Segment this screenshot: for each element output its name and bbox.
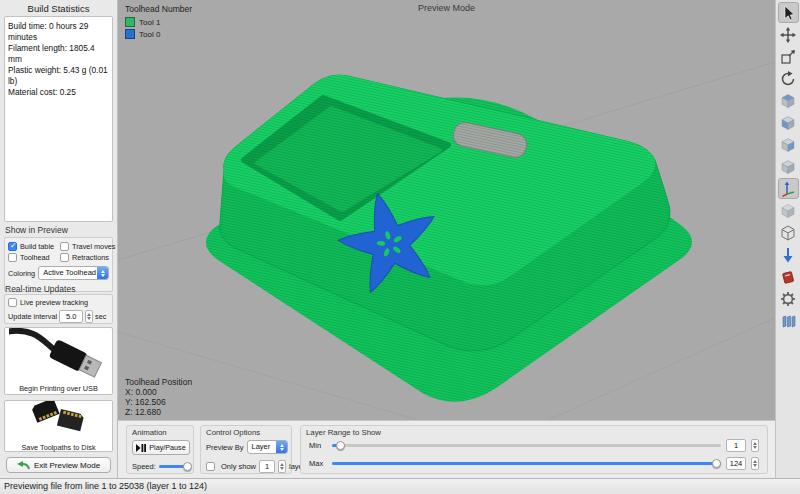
play-pause-button[interactable]: Play/Pause	[132, 440, 190, 455]
retractions-checkbox[interactable]	[60, 253, 69, 262]
show-in-preview-label: Show in Preview	[5, 225, 68, 235]
cross-section-icon	[780, 313, 796, 329]
live-preview-checkbox[interactable]	[8, 298, 17, 307]
layer-range-group: Layer Range to Show Min 1 Max 124	[300, 425, 768, 474]
wireframe-cube-icon	[780, 225, 796, 241]
sd-cards-image	[9, 401, 109, 439]
travel-moves-label: Travel moves	[72, 242, 116, 251]
rotate-icon	[780, 71, 796, 87]
preview-control-bar: Animation Play/Pause Speed: Control Opti…	[118, 420, 775, 478]
layer-lines-texture	[188, 60, 708, 420]
max-layer-slider[interactable]	[332, 462, 721, 465]
toolhead-position-readout: Toolhead Position X: 0.000 Y: 162.506 Z:…	[125, 377, 192, 417]
toolhead-position-title: Toolhead Position	[125, 377, 192, 387]
update-interval-field[interactable]: 5.0	[59, 310, 83, 323]
realtime-updates-panel: Live preview tracking Update interval 5.…	[4, 294, 113, 324]
max-label: Max	[309, 459, 327, 468]
model-library-button[interactable]	[778, 266, 799, 287]
speed-label: Speed:	[132, 462, 156, 471]
checkbox-travel-moves[interactable]: Travel moves	[60, 242, 110, 251]
view-toolbar	[775, 0, 800, 478]
min-layer-field[interactable]: 1	[726, 439, 746, 452]
dropdown-arrows-icon	[276, 441, 287, 453]
only-show-stepper[interactable]	[278, 460, 286, 473]
coloring-dropdown[interactable]: Active Toolhead	[38, 266, 109, 280]
travel-moves-checkbox[interactable]	[60, 242, 69, 251]
show-axes-button[interactable]	[778, 178, 799, 199]
only-show-checkbox[interactable]	[206, 462, 215, 471]
cross-section-button[interactable]	[778, 310, 799, 331]
begin-printing-usb-button[interactable]: Begin Printing over USB	[4, 327, 113, 395]
solid-cube-icon	[780, 203, 796, 219]
legend-tool1: Tool 1	[125, 17, 192, 27]
sidebar: Build Statistics Build time: 0 hours 29 …	[0, 0, 118, 478]
realtime-updates-label: Real-time Updates	[5, 284, 75, 294]
max-layer-stepper[interactable]	[751, 457, 759, 470]
tool0-color-swatch	[125, 29, 135, 39]
move-tool-button[interactable]	[778, 24, 799, 45]
checkbox-retractions[interactable]: Retractions	[60, 253, 110, 262]
toolhead-z: Z: 12.680	[125, 407, 192, 417]
rotate-tool-button[interactable]	[778, 68, 799, 89]
view-side-button[interactable]	[778, 156, 799, 177]
wireframe-model-button[interactable]	[778, 222, 799, 243]
exit-preview-mode-label: Exit Preview Mode	[34, 461, 100, 470]
stat-plastic-weight: Plastic weight: 5.43 g (0.01 lb)	[8, 65, 109, 87]
cursor-tool-button[interactable]	[778, 2, 799, 23]
begin-printing-usb-caption: Begin Printing over USB	[5, 384, 112, 395]
stat-build-time: Build time: 0 hours 29 minutes	[8, 21, 109, 43]
control-options-group: Control Options Preview By Layer Only sh…	[200, 425, 292, 474]
scale-tool-button[interactable]	[778, 46, 799, 67]
min-layer-slider[interactable]	[332, 444, 721, 447]
layer-range-label: Layer Range to Show	[306, 428, 381, 437]
axes-icon	[780, 181, 796, 197]
build-table-label: Build table	[20, 242, 54, 251]
min-layer-stepper[interactable]	[751, 439, 759, 452]
exit-preview-mode-button[interactable]: Exit Preview Mode	[6, 457, 111, 473]
toolhead-checkbox[interactable]	[8, 253, 17, 262]
plate-edge-line	[548, 318, 775, 420]
view-corner-button[interactable]	[778, 134, 799, 155]
only-show-label: Only show	[221, 462, 256, 471]
max-slider-knob[interactable]	[712, 459, 721, 468]
update-interval-label: Update interval	[8, 312, 57, 321]
checkbox-build-table[interactable]: Build table	[8, 242, 60, 251]
tool0-label: Tool 0	[139, 30, 160, 39]
update-interval-stepper[interactable]	[85, 310, 93, 323]
save-toolpaths-caption: Save Toolpaths to Disk	[5, 443, 112, 454]
move-icon	[780, 27, 796, 43]
blue-down-arrow-icon	[781, 247, 795, 263]
checkbox-toolhead[interactable]: Toolhead	[8, 253, 60, 262]
cube-side-icon	[780, 159, 796, 175]
gear-icon	[780, 291, 796, 307]
build-table-checkbox[interactable]	[8, 242, 17, 251]
speed-slider[interactable]	[159, 465, 190, 468]
dropdown-arrows-icon	[97, 267, 108, 279]
checkbox-live-preview[interactable]: Live preview tracking	[8, 298, 109, 307]
animation-group: Animation Play/Pause Speed:	[126, 425, 194, 474]
preview-by-value: Layer	[248, 441, 276, 453]
max-layer-field[interactable]: 124	[726, 457, 746, 470]
settings-button[interactable]	[778, 288, 799, 309]
solid-model-button[interactable]	[778, 200, 799, 221]
coloring-label: Coloring	[8, 269, 35, 278]
green-back-arrow-icon	[17, 461, 30, 470]
min-slider-knob[interactable]	[336, 441, 345, 450]
3d-viewport[interactable]: Preview Mode Toolhead Number Tool 1 Tool…	[118, 0, 775, 420]
view-top-button[interactable]	[778, 90, 799, 111]
update-interval-unit: sec	[95, 312, 106, 321]
save-toolpaths-button[interactable]: Save Toolpaths to Disk	[4, 400, 113, 452]
preview-by-dropdown[interactable]: Layer	[247, 440, 288, 454]
build-statistics-title: Build Statistics	[0, 3, 117, 14]
toolhead-legend: Toolhead Number Tool 1 Tool 0	[125, 4, 192, 41]
play-pause-label: Play/Pause	[149, 443, 185, 452]
status-text: Previewing file from line 1 to 25038 (la…	[4, 481, 207, 491]
stat-material-cost: Material cost: 0.25	[8, 87, 109, 98]
preview-mode-title: Preview Mode	[118, 3, 775, 13]
model-3d-scene	[118, 0, 775, 420]
only-show-field[interactable]: 1	[259, 460, 275, 473]
toolhead-x: X: 0.000	[125, 387, 192, 397]
view-front-button[interactable]	[778, 112, 799, 133]
speed-slider-knob[interactable]	[183, 462, 192, 471]
drop-model-button[interactable]	[778, 244, 799, 265]
